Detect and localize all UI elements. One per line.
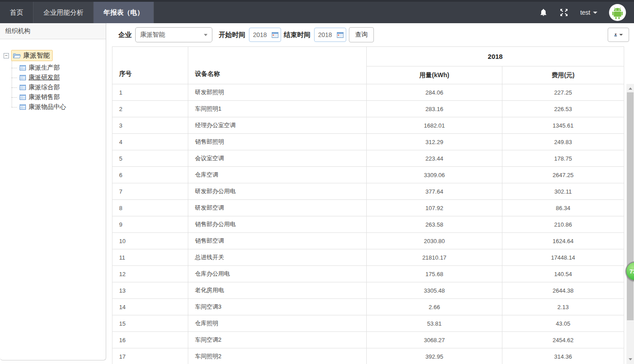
tree-node-0[interactable]: 康派生产部 [20,63,103,73]
table-row[interactable]: 14车间空调32.662.13 [112,299,624,315]
start-year-value: 2018 [253,31,272,38]
usage-value: 2030.80 [367,233,502,249]
tree-node-4[interactable]: 康派物品中心 [20,102,103,112]
device-name: 研发部空调 [188,200,367,216]
sidebar: 组织机构 − 康派智能 康派生产部康派研发部康派综合部康派销售部康派物品中心 [0,23,106,360]
table-row[interactable]: 1研发部照明284.06227.25 [112,84,624,101]
cost-value: 140.54 [502,266,624,282]
tree-node-label: 康派综合部 [29,83,60,91]
cost-value: 314.36 [502,348,624,364]
usage-value: 284.06 [367,84,502,101]
user-menu[interactable]: test [580,9,597,16]
company-select-value: 康派智能 [140,31,165,39]
table-row[interactable]: 10销售部空调2030.801624.64 [112,233,624,249]
row-index: 15 [112,315,188,332]
row-index: 17 [112,348,188,364]
end-time-label: 结束时间 [284,31,311,39]
row-index: 5 [112,150,188,167]
cost-value: 2647.25 [502,167,624,183]
android-icon [610,5,625,20]
usage-value: 392.95 [367,348,502,364]
toolbar: 企业 康派智能 开始时间 2018 结束时间 2018 查询 [107,23,634,46]
device-name: 老化房用电 [188,282,367,299]
bell-icon[interactable] [539,8,548,17]
col-header-index: 序号 [112,47,188,84]
tree-children: 康派生产部康派研发部康派综合部康派销售部康派物品中心 [20,63,103,112]
report-table-wrap: 序号 设备名称 2018 用量(kWh) 费用(元) 1研发部照明284.062… [112,46,624,364]
table-row[interactable]: 15仓库照明53.8143.05 [112,315,624,332]
usage-value: 2.66 [367,299,502,315]
device-name: 仓库照明 [188,315,367,332]
top-navbar: 首页企业用能分析年报表（电） test [0,0,634,23]
device-name: 会议室空调 [188,150,367,167]
row-index: 11 [112,249,188,266]
usage-value: 263.58 [367,216,502,233]
export-button[interactable] [608,28,629,42]
end-year-value: 2018 [318,31,337,38]
grid-icon [20,84,26,91]
cost-value: 210.86 [502,216,624,233]
device-name: 销售部办公用电 [188,216,367,233]
table-row[interactable]: 13老化房用电3305.482644.38 [112,282,624,299]
cost-value: 2.13 [502,299,624,315]
tree-collapse-icon[interactable]: − [4,53,9,58]
calendar-icon[interactable] [272,32,278,38]
end-year-input[interactable]: 2018 [314,28,346,42]
usage-value: 107.92 [367,200,502,216]
table-row[interactable]: 4销售部照明312.29249.83 [112,134,624,150]
row-index: 9 [112,216,188,233]
device-name: 销售部空调 [188,233,367,249]
cost-value: 17448.14 [502,249,624,266]
device-name: 研发部办公用电 [188,183,367,200]
query-button[interactable]: 查询 [349,27,374,42]
floating-badge-label: 73 [630,268,634,275]
device-name: 车间照明1 [188,101,367,117]
table-row[interactable]: 2车间照明1283.16226.53 [112,101,624,117]
usage-value: 21810.17 [367,249,502,266]
table-row[interactable]: 7研发部办公用电377.64302.11 [112,183,624,200]
device-name: 车间空调3 [188,299,367,315]
table-row[interactable]: 12仓库办公用电175.68140.54 [112,266,624,282]
col-header-cost: 费用(元) [502,66,624,84]
cost-value: 2644.38 [502,282,624,299]
tree-node-3[interactable]: 康派销售部 [20,92,103,102]
scroll-up-arrow[interactable] [626,85,634,92]
table-row[interactable]: 9销售部办公用电263.58210.86 [112,216,624,233]
avatar[interactable] [609,4,626,21]
table-row[interactable]: 11总进线开关21810.1717448.14 [112,249,624,266]
vertical-scrollbar[interactable] [626,84,634,364]
row-index: 14 [112,299,188,315]
row-index: 3 [112,117,188,134]
tree-node-label: 康派研发部 [29,74,60,82]
grid-icon [20,65,26,71]
start-year-input[interactable]: 2018 [249,28,281,42]
tab-0[interactable]: 首页 [0,2,33,23]
row-index: 4 [112,134,188,150]
table-body: 1研发部照明284.06227.252车间照明1283.16226.533经理办… [112,84,624,364]
cost-value: 178.75 [502,150,624,167]
fullscreen-icon[interactable] [559,8,568,17]
device-name: 仓库空调 [188,167,367,183]
table-row[interactable]: 6仓库空调3309.062647.25 [112,167,624,183]
table-row[interactable]: 16车间空调23068.272454.62 [112,332,624,348]
company-select[interactable]: 康派智能 [135,27,212,42]
table-row[interactable]: 3经理办公室空调1682.011345.61 [112,117,624,134]
table-row[interactable]: 17车间照明2392.95314.36 [112,348,624,364]
tab-1[interactable]: 企业用能分析 [33,2,94,23]
tree-node-1[interactable]: 康派研发部 [20,73,103,83]
tab-2[interactable]: 年报表（电） [94,2,154,23]
tree-root-node[interactable]: 康派智能 [11,50,53,61]
table-row[interactable]: 5会议室空调223.44178.75 [112,150,624,167]
col-header-usage: 用量(kWh) [367,66,502,84]
usage-value: 312.29 [367,134,502,150]
cost-value: 43.05 [502,315,624,332]
company-label: 企业 [118,31,132,39]
scrollbar-thumb[interactable] [627,92,634,320]
row-index: 10 [112,233,188,249]
scroll-down-arrow[interactable] [626,356,634,363]
tree-node-2[interactable]: 康派综合部 [20,83,103,92]
table-row[interactable]: 8研发部空调107.9286.34 [112,200,624,216]
main-content: 企业 康派智能 开始时间 2018 结束时间 2018 查询 [107,23,634,364]
calendar-icon[interactable] [337,32,344,38]
usage-value: 175.68 [367,266,502,282]
